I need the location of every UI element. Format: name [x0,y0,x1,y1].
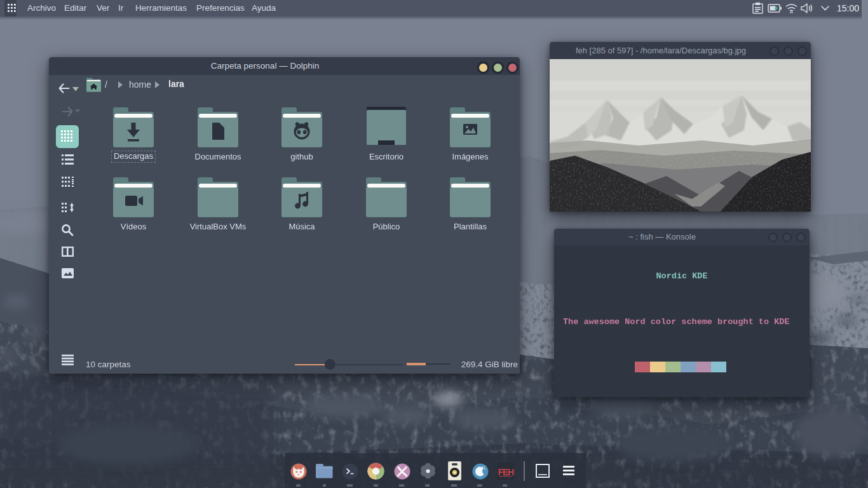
svg-text:FEH: FEH [498,467,514,477]
